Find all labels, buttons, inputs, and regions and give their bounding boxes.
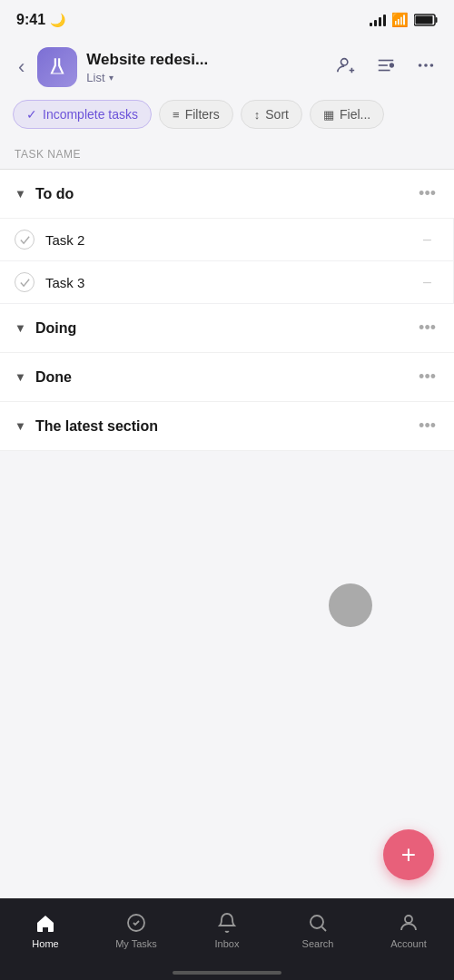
done-more-button[interactable]: ••• (415, 366, 439, 388)
header: ‹ Website redesi... List ▾ (0, 40, 454, 94)
chip-filters[interactable]: ≡ Filters (159, 100, 233, 129)
section-done: ▼ Done ••• (0, 353, 454, 402)
view-chevron-icon: ▾ (109, 73, 114, 83)
chip-fields[interactable]: ▦ Fiel... (310, 100, 384, 129)
check-circle-icon: ✓ (26, 107, 37, 122)
project-title: Website redesi... (86, 51, 323, 69)
chip-sort[interactable]: ↕ Sort (241, 100, 302, 129)
latest-section-label: The latest section (35, 418, 415, 435)
home-indicator (173, 971, 281, 975)
search-label: Search (302, 938, 334, 949)
chip-incomplete-tasks[interactable]: ✓ Incomplete tasks (13, 100, 152, 129)
svg-point-12 (311, 916, 323, 928)
sort-icon: ↕ (254, 108, 261, 122)
svg-rect-2 (416, 16, 433, 24)
svg-line-13 (322, 927, 327, 932)
account-icon (397, 911, 420, 935)
doing-chevron-icon[interactable]: ▼ (15, 321, 26, 335)
task-list-content: ▼ To do ••• Task 2 – Task 3 – (0, 170, 454, 451)
nav-account[interactable]: Account (363, 907, 454, 949)
nav-mytasks[interactable]: My Tasks (91, 907, 182, 949)
header-title-block: Website redesi... List ▾ (86, 51, 323, 84)
bottom-nav: Home My Tasks Inbox Search (0, 898, 454, 980)
task2-dash: – (423, 231, 439, 248)
section-doing: ▼ Doing ••• (0, 304, 454, 353)
moon-icon: 🌙 (50, 13, 65, 27)
latest-chevron-icon[interactable]: ▼ (15, 419, 26, 433)
view-type-label: List (86, 71, 104, 84)
home-label: Home (32, 938, 58, 949)
search-icon (306, 911, 330, 935)
add-task-fab[interactable]: + (383, 829, 434, 880)
svg-point-7 (390, 64, 394, 67)
task3-label: Task 3 (45, 275, 423, 290)
todo-section-label: To do (35, 186, 415, 202)
todo-chevron-icon[interactable]: ▼ (15, 187, 26, 201)
task3-check-button[interactable] (15, 272, 35, 292)
task-name-header: Task name (15, 148, 81, 161)
fields-icon: ▦ (323, 108, 334, 122)
mytasks-icon (124, 911, 148, 935)
fab-plus-icon: + (401, 842, 416, 867)
more-options-button[interactable] (412, 52, 439, 83)
svg-point-14 (405, 916, 412, 923)
todo-more-button[interactable]: ••• (415, 182, 439, 205)
chip-fields-label: Fiel... (340, 107, 370, 122)
doing-section-label: Doing (35, 320, 415, 337)
inbox-icon (215, 911, 239, 935)
svg-point-10 (430, 64, 434, 67)
header-actions (332, 52, 439, 83)
add-member-button[interactable] (332, 52, 360, 83)
task2-check-button[interactable] (15, 230, 35, 250)
inbox-label: Inbox (215, 938, 240, 949)
chip-sort-label: Sort (265, 107, 289, 122)
latest-more-button[interactable]: ••• (415, 415, 439, 437)
column-header: Task name (0, 138, 454, 170)
chip-filters-label: Filters (185, 107, 220, 122)
task-list-scroll[interactable]: ▼ To do ••• Task 2 – Task 3 – (0, 170, 454, 892)
svg-rect-1 (436, 17, 438, 23)
done-chevron-icon[interactable]: ▼ (15, 370, 26, 384)
battery-icon (414, 14, 438, 26)
status-icons: 📶 (370, 12, 438, 28)
empty-area (0, 451, 454, 632)
drag-handle[interactable] (329, 583, 372, 627)
signal-icon (370, 14, 386, 26)
mytasks-label: My Tasks (115, 938, 157, 949)
chip-incomplete-label: Incomplete tasks (43, 107, 138, 122)
done-section-label: Done (35, 369, 415, 386)
wifi-icon: 📶 (391, 12, 409, 28)
home-icon (34, 911, 57, 935)
nav-home[interactable]: Home (0, 907, 91, 949)
status-bar: 9:41 🌙 📶 (0, 0, 454, 40)
section-latest: ▼ The latest section ••• (0, 402, 454, 451)
nav-search[interactable]: Search (272, 907, 363, 949)
section-todo: ▼ To do ••• (0, 170, 454, 219)
svg-point-3 (341, 58, 348, 64)
table-row: Task 3 – (0, 261, 454, 304)
task2-label: Task 2 (45, 232, 423, 248)
app-icon (37, 47, 77, 87)
back-button[interactable]: ‹ (15, 52, 28, 83)
list-settings-button[interactable] (372, 52, 400, 83)
svg-point-8 (419, 64, 422, 67)
status-time: 9:41 (16, 12, 45, 28)
view-selector[interactable]: List ▾ (86, 71, 323, 84)
task3-dash: – (423, 274, 439, 290)
table-row: Task 2 – (0, 219, 454, 261)
flask-icon (45, 55, 69, 79)
nav-inbox[interactable]: Inbox (182, 907, 272, 949)
account-label: Account (390, 938, 427, 949)
doing-more-button[interactable]: ••• (415, 317, 439, 339)
svg-point-9 (424, 64, 428, 67)
filter-bar: ✓ Incomplete tasks ≡ Filters ↕ Sort ▦ Fi… (0, 94, 454, 138)
filter-icon: ≡ (173, 108, 180, 122)
